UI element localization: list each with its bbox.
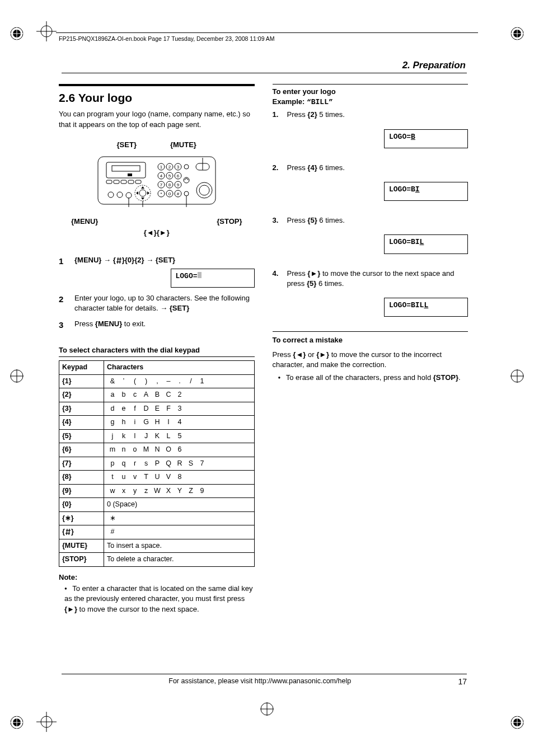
char-table-heading: To select characters with the dial keypa… xyxy=(59,345,255,357)
lcd-text: LOGO= xyxy=(176,272,198,280)
svg-rect-33 xyxy=(112,166,140,171)
table-row: {}# xyxy=(59,525,255,539)
registration-mark-icon xyxy=(260,702,274,716)
left-column: 2.6 Your logo You can program your logo … xyxy=(59,84,255,690)
page-footer: For assistance, please visit http://www.… xyxy=(62,674,467,688)
step-number: 1 xyxy=(59,255,67,288)
chars-cell: pqrsPQRS7 xyxy=(104,457,255,471)
right-column: To enter your logo Example: “BILL” 1.Pre… xyxy=(273,84,469,690)
chars-cell: ∗ xyxy=(104,511,255,525)
svg-point-77 xyxy=(184,191,189,196)
key-digit: {5} xyxy=(307,216,317,224)
step-2: 2 Enter your logo, up to 30 characters. … xyxy=(59,293,255,313)
step-number: 3 xyxy=(59,319,67,331)
key-0: {0} xyxy=(125,256,134,264)
fax-machine-icon: 1 2 3 4 5 6 7 8 9 * 0 # xyxy=(95,151,218,213)
keypad-cell: {MUTE} xyxy=(59,539,104,553)
section-title: 2.6 Your logo xyxy=(59,90,255,106)
keypad-cell: {9} xyxy=(59,484,104,498)
chars-cell: abcABC2 xyxy=(104,388,255,402)
label-menu: {MENU} xyxy=(71,217,98,227)
keypad-cell: {} xyxy=(59,525,104,539)
lcd-display: LOGO=BI xyxy=(384,182,468,201)
key-set: {SET} xyxy=(156,256,175,264)
svg-point-40 xyxy=(108,192,114,198)
table-row: {3}defDEF3 xyxy=(59,402,255,416)
key-digit: {2} xyxy=(307,110,317,119)
key-menu: {MENU} xyxy=(74,256,101,264)
registration-mark-icon xyxy=(510,716,524,729)
svg-text:*: * xyxy=(160,191,162,196)
example-value: “BILL” xyxy=(307,98,333,106)
table-row: {7}pqrsPQRS7 xyxy=(59,457,255,471)
key-right-arrow: {►} xyxy=(316,350,329,359)
example-line: Example: “BILL” xyxy=(273,97,469,107)
svg-marker-47 xyxy=(141,198,144,200)
keypad-cell: {4} xyxy=(59,416,104,430)
svg-text:3: 3 xyxy=(177,165,180,170)
keypad-cell: {6} xyxy=(59,443,104,457)
table-row: {2}abcABC2 xyxy=(59,388,255,402)
svg-text:2: 2 xyxy=(168,165,171,170)
svg-text:0: 0 xyxy=(168,191,171,196)
registration-mark-icon xyxy=(10,369,24,383)
svg-line-90 xyxy=(69,529,69,535)
svg-text:9: 9 xyxy=(177,182,180,187)
header-rule xyxy=(56,32,478,33)
svg-text:7: 7 xyxy=(160,182,163,187)
keypad-cell: {1} xyxy=(59,374,104,388)
right-rule xyxy=(273,84,469,84)
keypad-cell: {3} xyxy=(59,402,104,416)
table-row: {MUTE}To insert a space. xyxy=(59,539,255,553)
svg-text:1: 1 xyxy=(160,165,163,170)
table-row: {STOP}To delete a character. xyxy=(59,553,255,567)
chars-cell: tuvTUV8 xyxy=(104,471,255,485)
svg-text:5: 5 xyxy=(168,173,171,179)
keypad-cell: {∗} xyxy=(59,511,104,525)
lcd-display: LOGO=BIL xyxy=(384,234,468,253)
lcd-display: LOGO= xyxy=(171,269,255,288)
svg-rect-39 xyxy=(135,180,141,184)
crop-target-icon xyxy=(36,712,57,735)
example-step: 4.Press {►} to move the cursor to the ne… xyxy=(273,269,469,317)
svg-marker-46 xyxy=(141,186,144,189)
svg-point-42 xyxy=(126,192,132,198)
step-number: 2. xyxy=(273,163,282,173)
svg-point-81 xyxy=(196,182,212,198)
cursor-icon xyxy=(198,272,202,278)
table-row: {0}0 (Space) xyxy=(59,498,255,512)
lcd-display: LOGO=B xyxy=(384,129,468,148)
svg-marker-49 xyxy=(147,191,149,195)
running-header: FP215-PNQX1896ZA-OI-en.book Page 17 Tues… xyxy=(59,35,275,43)
note-text-b: to move the cursor to the next space. xyxy=(77,605,199,613)
chars-cell: To insert a space. xyxy=(104,539,255,553)
svg-marker-48 xyxy=(136,191,138,195)
keypad-cell: {7} xyxy=(59,457,104,471)
example-step: 2.Press {4} 6 times.LOGO=BI xyxy=(273,163,469,201)
table-row: {8}tuvTUV8 xyxy=(59,471,255,485)
footer-assist: For assistance, please visit http://www.… xyxy=(62,677,458,688)
svg-text:4: 4 xyxy=(160,173,163,179)
example-step: 1.Press {2} 5 times.LOGO=B xyxy=(273,110,469,148)
step-1: 1 {MENU} → {}{0}{2} → {SET} LOGO= xyxy=(59,255,255,288)
key-sharp: {} xyxy=(113,256,125,264)
label-arrows: {◄}{►} xyxy=(59,228,255,238)
label-mute: {MUTE} xyxy=(170,140,196,150)
keypad-cell: {5} xyxy=(59,429,104,443)
svg-rect-38 xyxy=(128,180,134,184)
keypad-cell: {2} xyxy=(59,388,104,402)
keypad-cell: {8} xyxy=(59,471,104,485)
table-row: {∗}∗ xyxy=(59,511,255,525)
device-illustration: {SET} {MUTE} xyxy=(59,140,255,238)
crop-target-icon xyxy=(36,21,57,44)
section-intro: You can program your logo (name, company… xyxy=(59,109,255,129)
example-label: Example: xyxy=(273,97,307,106)
chars-cell: ghiGHI4 xyxy=(104,416,255,430)
svg-text:8: 8 xyxy=(168,182,171,187)
registration-mark-icon xyxy=(510,369,524,383)
svg-line-89 xyxy=(67,529,67,535)
chars-cell: To delete a character. xyxy=(104,553,255,567)
note-text-a: To enter a character that is located on … xyxy=(64,584,253,603)
label-stop: {STOP} xyxy=(217,217,242,227)
breadcrumb-rule xyxy=(62,73,467,73)
